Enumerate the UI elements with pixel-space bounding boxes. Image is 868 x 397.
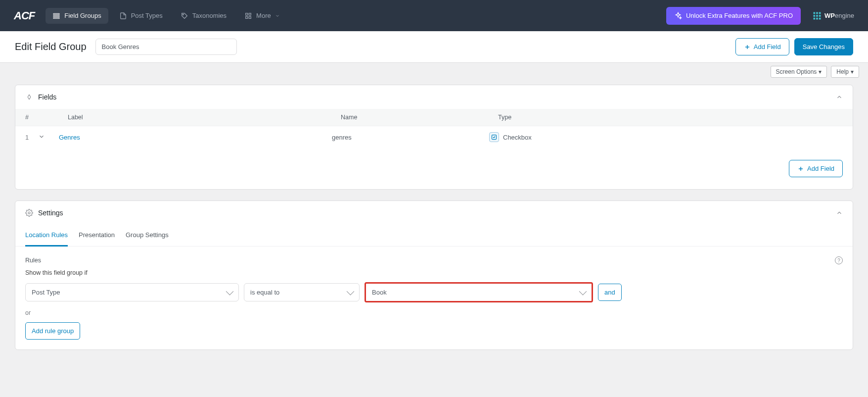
checkbox-icon — [489, 132, 499, 142]
add-field-button-bottom[interactable]: Add Field — [789, 160, 843, 177]
nav-label: Post Types — [131, 12, 163, 19]
panel-title: Settings — [38, 209, 63, 217]
help-button[interactable]: Help ▾ — [831, 66, 859, 78]
add-field-label: Add Field — [754, 43, 781, 50]
svg-rect-15 — [816, 17, 818, 19]
svg-rect-6 — [246, 16, 248, 18]
screen-options-button[interactable]: Screen Options ▾ — [771, 66, 827, 78]
field-order: 1 — [25, 134, 38, 141]
col-name: Name — [341, 114, 498, 121]
add-field-button[interactable]: Add Field — [735, 38, 789, 55]
rule-operator-select[interactable]: is equal to — [244, 283, 360, 301]
field-group-title-input[interactable] — [95, 39, 237, 55]
add-field-label: Add Field — [807, 165, 834, 172]
nav-label: Taxonomies — [192, 12, 227, 19]
save-label: Save Changes — [803, 43, 845, 50]
field-row[interactable]: 1 Genres genres Checkbox — [15, 126, 853, 148]
gear-icon — [25, 209, 33, 217]
sparkle-icon — [674, 12, 682, 20]
add-rule-group-button[interactable]: Add rule group — [25, 322, 80, 340]
tab-presentation[interactable]: Presentation — [79, 225, 115, 246]
svg-rect-16 — [819, 17, 821, 19]
svg-rect-4 — [246, 13, 248, 15]
document-icon — [119, 12, 127, 20]
chevron-up-icon[interactable] — [836, 209, 843, 216]
col-num: # — [25, 114, 47, 121]
field-type-label: Checkbox — [503, 134, 532, 141]
panel-title: Fields — [38, 93, 56, 101]
tag-icon — [181, 12, 188, 20]
nav-taxonomies[interactable]: Taxonomies — [174, 8, 233, 24]
svg-rect-5 — [249, 13, 251, 15]
svg-point-22 — [28, 212, 30, 214]
fields-column-header: # Label Name Type — [15, 109, 853, 126]
expand-toggle[interactable] — [38, 133, 47, 142]
rule-value-select[interactable]: Book — [366, 284, 592, 301]
svg-rect-11 — [814, 15, 816, 17]
svg-rect-12 — [816, 15, 818, 17]
svg-rect-13 — [819, 15, 821, 17]
save-changes-button[interactable]: Save Changes — [794, 38, 853, 55]
unlock-label: Unlock Extra Features with ACF PRO — [686, 12, 793, 19]
nav-label: Field Groups — [64, 12, 101, 19]
chevron-down-icon — [38, 133, 45, 140]
acf-logo: ACF — [14, 9, 35, 22]
nav-post-types[interactable]: Post Types — [112, 8, 170, 24]
show-if-label: Show this field group if — [25, 269, 843, 276]
plus-icon — [744, 44, 751, 50]
wpengine-link[interactable]: WPengine — [813, 11, 854, 20]
location-rule-row: Post Type is equal to Book and — [25, 282, 843, 302]
page-header: Edit Field Group Add Field Save Changes — [0, 31, 868, 63]
chevron-down-icon — [275, 13, 280, 18]
rules-heading: Rules — [25, 257, 41, 264]
wpengine-icon — [813, 11, 822, 20]
unlock-pro-button[interactable]: Unlock Extra Features with ACF PRO — [666, 7, 801, 25]
svg-rect-9 — [816, 12, 818, 14]
svg-point-3 — [183, 14, 183, 15]
top-nav: ACF Field Groups Post Types Taxonomies M… — [0, 0, 868, 31]
caret-down-icon: ▾ — [819, 68, 822, 75]
sparkle-icon — [25, 93, 33, 101]
field-label-link[interactable]: Genres — [59, 134, 80, 141]
caret-down-icon: ▾ — [851, 68, 854, 75]
help-icon[interactable]: ? — [835, 256, 843, 264]
svg-rect-8 — [814, 12, 816, 14]
grid-icon — [244, 12, 252, 20]
settings-tabs: Location Rules Presentation Group Settin… — [15, 225, 853, 247]
rule-value-highlight: Book — [365, 282, 593, 302]
tab-group-settings[interactable]: Group Settings — [126, 225, 169, 246]
nav-field-groups[interactable]: Field Groups — [46, 8, 108, 24]
svg-rect-2 — [53, 17, 59, 18]
field-name: genres — [332, 134, 489, 141]
list-icon — [52, 12, 60, 20]
col-type: Type — [498, 114, 843, 121]
chevron-up-icon[interactable] — [836, 94, 843, 100]
wpengine-label: WPengine — [824, 12, 854, 19]
rule-param-select[interactable]: Post Type — [25, 283, 239, 301]
utility-row: Screen Options ▾ Help ▾ — [0, 63, 868, 78]
or-label: or — [25, 309, 843, 316]
svg-rect-0 — [53, 13, 59, 14]
fields-panel: Fields # Label Name Type 1 Genres genres… — [15, 85, 853, 190]
settings-panel: Settings Location Rules Presentation Gro… — [15, 200, 853, 350]
nav-label: More — [256, 12, 271, 19]
page-title: Edit Field Group — [15, 41, 87, 52]
and-button[interactable]: and — [598, 284, 622, 301]
svg-rect-7 — [249, 16, 251, 18]
plus-icon — [797, 165, 804, 172]
svg-rect-1 — [53, 15, 59, 16]
nav-more[interactable]: More — [237, 8, 287, 24]
svg-rect-10 — [819, 12, 821, 14]
tab-location-rules[interactable]: Location Rules — [25, 225, 68, 247]
col-label: Label — [68, 114, 341, 121]
svg-rect-14 — [814, 17, 816, 19]
